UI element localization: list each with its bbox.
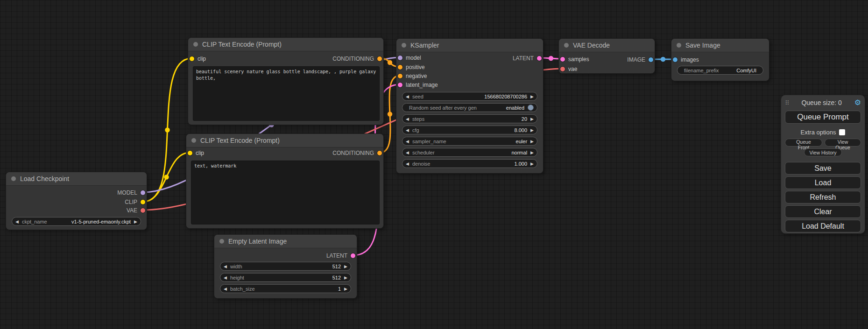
load-button[interactable]: Load (785, 176, 861, 189)
prompt-textarea[interactable] (193, 66, 380, 121)
decrement-arrow-icon[interactable]: ◀ (224, 287, 227, 291)
node-collapse-dot[interactable] (564, 43, 569, 48)
LATENT-output: LATENT (513, 54, 542, 63)
random-seed-after-every-gen-widget[interactable]: Random seed after every genenabled (402, 103, 537, 112)
LATENT-output-port[interactable] (351, 253, 355, 258)
node-collapse-dot[interactable] (191, 138, 196, 143)
latent-to-decoder-midpoint-dot[interactable] (549, 56, 553, 61)
batch-size-widget[interactable]: ◀batch_size1▶ (220, 284, 351, 293)
view-history-button[interactable]: View History (804, 148, 841, 156)
increment-arrow-icon[interactable]: ▶ (344, 287, 347, 291)
clip-input-port[interactable] (188, 151, 192, 155)
positive-input: positive (398, 63, 425, 71)
cfg-widget[interactable]: ◀cfg8.000▶ (402, 126, 537, 134)
node-title-bar[interactable]: Load Checkpoint (6, 172, 147, 186)
decrement-arrow-icon[interactable]: ◀ (15, 219, 19, 224)
extra-options-checkbox[interactable] (839, 129, 845, 135)
vae-input: vae (560, 65, 577, 73)
node-collapse-dot[interactable] (402, 43, 406, 48)
refresh-button[interactable]: Refresh (785, 191, 861, 203)
node-collapse-dot[interactable] (193, 42, 198, 47)
model-input-port[interactable] (398, 56, 402, 60)
scheduler-widget[interactable]: ◀schedulernormal▶ (402, 148, 537, 157)
clip-text-encode-negative-node[interactable]: CLIP Text Encode (Prompt)clipCONDITIONIN… (186, 133, 384, 229)
port-label: CLIP (125, 199, 137, 205)
ksampler-node[interactable]: KSamplermodelpositivenegativelatent_imag… (396, 38, 543, 174)
increment-arrow-icon[interactable]: ▶ (530, 139, 534, 144)
decrement-arrow-icon[interactable]: ◀ (406, 94, 409, 99)
steps-widget[interactable]: ◀steps20▶ (402, 114, 537, 123)
load-checkpoint-node[interactable]: Load CheckpointMODELCLIPVAE◀ckpt_namev1-… (6, 172, 147, 230)
clip-to-negative-encoder-midpoint-dot[interactable] (164, 175, 169, 179)
increment-arrow-icon[interactable]: ▶ (344, 264, 347, 269)
vae-input-port[interactable] (560, 67, 565, 71)
seed-widget[interactable]: ◀seed156680208700286▶ (402, 92, 537, 101)
node-title: KSampler (410, 42, 439, 49)
height-widget[interactable]: ◀height512▶ (220, 273, 351, 282)
node-collapse-dot[interactable] (219, 239, 224, 244)
drag-handle-icon[interactable]: ⠿ (785, 99, 789, 106)
widget-label: cfg (412, 127, 419, 133)
decrement-arrow-icon[interactable]: ◀ (406, 117, 409, 121)
MODEL-output-port[interactable] (141, 190, 145, 195)
LATENT-output-port[interactable] (537, 56, 542, 61)
increment-arrow-icon[interactable]: ▶ (530, 150, 534, 155)
positive-conditioning-midpoint-dot[interactable] (388, 60, 392, 65)
image-to-save-midpoint-dot[interactable] (661, 57, 665, 62)
clip-input-port[interactable] (190, 56, 194, 61)
ckpt-name-widget[interactable]: ◀ckpt_namev1-5-pruned-emaonly.ckpt▶ (12, 217, 141, 226)
width-widget[interactable]: ◀width512▶ (220, 262, 351, 271)
decrement-arrow-icon[interactable]: ◀ (224, 264, 227, 269)
vae-decode-node[interactable]: VAE DecodesamplesvaeIMAGE (558, 38, 655, 74)
empty-latent-image-node[interactable]: Empty Latent ImageLATENT◀width512▶◀heigh… (214, 234, 357, 299)
clip-text-encode-positive-node[interactable]: CLIP Text Encode (Prompt)clipCONDITIONIN… (188, 37, 384, 125)
sampler-name-widget[interactable]: ◀sampler_nameeuler▶ (402, 137, 537, 146)
images-input-port[interactable] (673, 57, 677, 62)
node-title-bar[interactable]: Save Image (671, 39, 769, 52)
load-default-button[interactable]: Load Default (785, 220, 861, 232)
save-button[interactable]: Save (785, 162, 861, 175)
widget-label: height (230, 275, 244, 280)
node-title-bar[interactable]: Empty Latent Image (214, 235, 357, 248)
decrement-arrow-icon[interactable]: ◀ (406, 128, 409, 133)
negative-conditioning-midpoint-dot[interactable] (388, 112, 392, 116)
negative-input-port[interactable] (398, 74, 402, 78)
CONDITIONING-output-port[interactable] (377, 151, 382, 155)
decrement-arrow-icon[interactable]: ◀ (406, 139, 409, 144)
CONDITIONING-output-port[interactable] (377, 56, 382, 61)
increment-arrow-icon[interactable]: ▶ (344, 275, 347, 280)
increment-arrow-icon[interactable]: ▶ (530, 94, 534, 99)
latent_image-input-port[interactable] (398, 83, 402, 87)
positive-input-port[interactable] (398, 65, 402, 70)
queue-front-button[interactable]: Queue Front (785, 139, 822, 147)
decrement-arrow-icon[interactable]: ◀ (406, 150, 409, 155)
node-title-bar[interactable]: VAE Decode (559, 39, 655, 52)
node-collapse-dot[interactable] (11, 176, 16, 181)
denoise-widget[interactable]: ◀denoise1.000▶ (402, 159, 537, 168)
filename-prefix-widget[interactable]: filename_prefixComfyUI (677, 66, 763, 75)
increment-arrow-icon[interactable]: ▶ (530, 128, 534, 133)
node-collapse-dot[interactable] (677, 43, 681, 48)
samples-input: samples (560, 55, 589, 63)
VAE-output-port[interactable] (141, 208, 145, 213)
IMAGE-output-port[interactable] (649, 57, 653, 62)
toggle-icon[interactable] (528, 105, 534, 111)
widget-value: 8.000 (515, 127, 528, 133)
node-title-bar[interactable]: CLIP Text Encode (Prompt) (186, 134, 383, 147)
node-title-bar[interactable]: CLIP Text Encode (Prompt) (188, 38, 383, 51)
decrement-arrow-icon[interactable]: ◀ (406, 161, 409, 166)
increment-arrow-icon[interactable]: ▶ (530, 117, 534, 121)
prompt-textarea[interactable] (191, 161, 380, 224)
gear-icon[interactable]: ⚙ (854, 99, 861, 106)
save-image-node[interactable]: Save Imageimagesfilename_prefixComfyUI (671, 38, 769, 81)
decrement-arrow-icon[interactable]: ◀ (224, 275, 227, 280)
view-queue-button[interactable]: View Queue (825, 139, 861, 147)
increment-arrow-icon[interactable]: ▶ (134, 219, 137, 224)
queue-prompt-button[interactable]: Queue Prompt (785, 111, 861, 124)
clear-button[interactable]: Clear (785, 205, 861, 218)
node-title-bar[interactable]: KSampler (396, 39, 543, 52)
clip-to-positive-encoder-midpoint-dot[interactable] (165, 127, 169, 132)
samples-input-port[interactable] (560, 57, 565, 62)
CLIP-output-port[interactable] (141, 200, 145, 204)
increment-arrow-icon[interactable]: ▶ (530, 161, 534, 166)
